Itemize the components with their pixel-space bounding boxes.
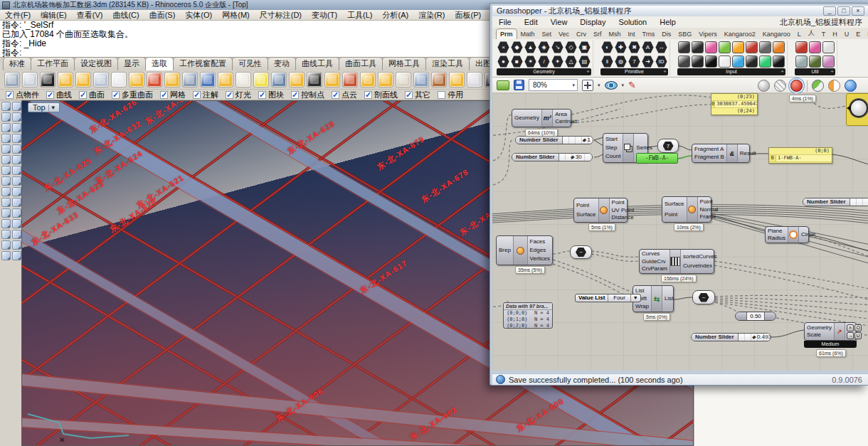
palette-component-icon[interactable] [678, 41, 690, 53]
rhino-toolbar-icon[interactable] [342, 72, 358, 87]
rhino-toolbar-tab[interactable]: 显示 [117, 57, 146, 70]
rhino-sidebar-tool-icon[interactable] [1, 187, 11, 196]
checkbox-icon[interactable] [6, 91, 14, 99]
rhino-menu-item[interactable]: 查看(V) [72, 10, 108, 20]
rhino-sidebar-tool-icon[interactable] [1, 166, 11, 175]
rhino-toolbar-icon[interactable] [147, 72, 162, 87]
preview-off-icon[interactable] [758, 80, 770, 92]
viewport-menu-arrow-icon[interactable]: ▼ [48, 105, 58, 111]
slider-segment[interactable] [765, 312, 776, 320]
gh-menu-item[interactable]: Solution [612, 16, 653, 28]
checkbox-icon[interactable] [405, 91, 413, 99]
selection-filter[interactable]: 曲面 [79, 90, 105, 100]
rhino-toolbar-tab[interactable]: 标准 [3, 57, 31, 70]
slider-handle[interactable]: ◆1 [582, 137, 591, 144]
rhino-sidebar-tool-icon[interactable] [12, 176, 21, 186]
rhino-sidebar-tool-icon[interactable] [1, 123, 11, 132]
rhino-toolbar-icon[interactable] [164, 72, 180, 87]
palette-component-icon[interactable]: ↔ [655, 41, 667, 53]
checkbox-icon[interactable] [226, 91, 233, 99]
palette-component-icon[interactable] [732, 55, 744, 68]
palette-component-icon[interactable] [705, 55, 717, 68]
selection-filter[interactable]: 控制点 [291, 90, 324, 100]
rhino-sidebar-tool-icon[interactable] [1, 198, 11, 207]
palette-expand-icon[interactable]: + [780, 68, 784, 75]
slider-track[interactable] [850, 198, 868, 206]
gh-category-tab[interactable]: Crv [573, 29, 590, 39]
palette-component-icon[interactable]: △ [565, 55, 577, 68]
palette-component-icon[interactable] [678, 55, 690, 68]
palette-component-icon[interactable]: ■ [511, 55, 523, 68]
gh-menu-item[interactable]: View [544, 16, 574, 28]
rhino-toolbar-icon[interactable] [40, 72, 55, 87]
display-mode-green-icon[interactable] [812, 80, 824, 92]
checkbox-icon[interactable] [332, 91, 339, 99]
rhino-menu-item[interactable]: 面板(P) [450, 10, 486, 20]
rhino-toolbar-icon[interactable] [93, 72, 109, 87]
gh-canvas[interactable]: Geometry m² AreaCentroid 64ms (10%) Numb… [492, 93, 868, 371]
rhino-menu-item[interactable]: 变动(T) [307, 10, 342, 20]
rhino-toolbar-icon[interactable] [431, 72, 447, 87]
palette-component-icon[interactable]: ↘ [551, 41, 563, 53]
checkbox-icon[interactable] [438, 91, 445, 99]
gh-panel-green[interactable]: -FWB-A- [636, 153, 678, 164]
palette-component-icon[interactable] [809, 41, 821, 53]
checkbox-icon[interactable] [79, 91, 87, 99]
palette-component-icon[interactable] [746, 41, 758, 53]
rhino-sidebar-tool-icon[interactable] [12, 123, 21, 132]
gh-category-tab[interactable]: Vipers [695, 29, 720, 39]
palette-component-icon[interactable] [719, 55, 731, 68]
palette-component-icon[interactable]: 7 [628, 55, 640, 68]
rhino-menu-item[interactable]: 渲染(R) [413, 10, 450, 20]
maximize-button[interactable]: □ [837, 6, 850, 16]
checkbox-icon[interactable] [193, 91, 201, 99]
rhino-sidebar-tool-icon[interactable] [1, 134, 11, 143]
rhino-sidebar-tool-icon[interactable] [1, 208, 11, 218]
palette-component-icon[interactable] [809, 55, 821, 68]
palette-component-icon[interactable]: ✖ [628, 41, 640, 53]
dropdown-arrow-icon[interactable]: ▾ [622, 83, 625, 88]
rhino-menu-item[interactable]: 实体(O) [180, 10, 217, 20]
gh-menu-item[interactable]: Edit [518, 16, 544, 28]
palette-component-icon[interactable]: ‖ [601, 55, 613, 68]
checkbox-icon[interactable] [258, 91, 266, 99]
slider-track[interactable]: ◆0.493 [739, 334, 771, 341]
dropdown-arrow-icon[interactable]: ▾ [598, 83, 600, 88]
save-file-icon[interactable] [514, 80, 524, 90]
gh-mini-slider[interactable]: 0.50 [735, 312, 776, 321]
palette-component-icon[interactable] [795, 41, 808, 53]
gh-dial-knob[interactable] [846, 93, 868, 126]
gh-component-area[interactable]: Geometry m² AreaCentroid [512, 109, 571, 127]
palette-component-icon[interactable] [746, 55, 758, 68]
gh-category-tab[interactable]: Int [625, 29, 639, 39]
rhino-menu-item[interactable]: 编辑(E) [36, 10, 72, 20]
gh-category-tab[interactable]: L [794, 29, 805, 39]
selection-filter[interactable]: 灯光 [226, 90, 251, 100]
checkbox-icon[interactable] [160, 91, 168, 99]
rhino-toolbar-icon[interactable] [449, 72, 465, 87]
selection-filter[interactable]: 停用 [438, 90, 463, 100]
palette-expand-icon[interactable]: + [663, 68, 667, 75]
preview-eye-icon[interactable] [605, 81, 618, 90]
rhino-sidebar-tool-icon[interactable] [1, 230, 11, 239]
rhino-sidebar-tool-icon[interactable] [12, 102, 21, 111]
palette-component-icon[interactable]: ◇ [565, 41, 577, 53]
gh-category-tab[interactable]: T [818, 29, 830, 39]
rhino-toolbar-icon[interactable] [271, 72, 287, 87]
rhino-toolbar-tab[interactable]: 变动 [268, 57, 296, 70]
gh-category-tab[interactable]: Kangaroo2 [721, 29, 759, 39]
zoom-level-dropdown[interactable]: 80%▾ [529, 79, 578, 91]
rhino-toolbar-tab[interactable]: 工作视窗配置 [173, 57, 233, 70]
gh-param-viewer[interactable]: Data with 97 bra... {0;0;0}N = 4 {0;1;0}… [503, 302, 553, 329]
selection-filter[interactable]: 图块 [258, 90, 284, 100]
gh-menu-item[interactable]: File [492, 16, 518, 28]
palette-component-icon[interactable]: ▣ [578, 41, 591, 53]
knob-circle[interactable] [850, 99, 868, 117]
gh-value-list[interactable]: Value List Four ▼ [575, 294, 641, 302]
palette-component-icon[interactable] [773, 41, 785, 53]
rhino-sidebar-tool-icon[interactable] [12, 166, 21, 175]
palette-component-icon[interactable]: ID [655, 55, 667, 68]
rhino-sidebar-tool-icon[interactable] [12, 134, 21, 143]
rhino-sidebar-tool-icon[interactable] [12, 251, 21, 260]
palette-component-icon[interactable]: ◍ [615, 55, 627, 68]
